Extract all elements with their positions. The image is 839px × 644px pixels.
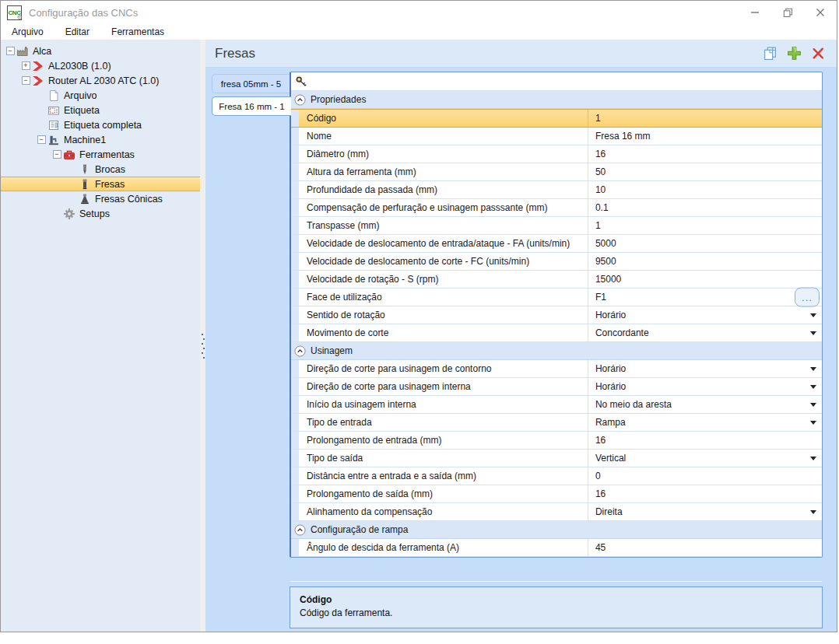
property-row-c-digo[interactable]: Código1	[291, 109, 822, 128]
row-indent-strip	[291, 110, 299, 127]
tree-item-arquivo[interactable]: Arquivo	[1, 88, 200, 103]
property-value[interactable]: 10	[588, 181, 822, 198]
property-row-ngulo-de-descida-da-ferramenta-a[interactable]: Ângulo de descida da ferramenta (A)45	[291, 539, 822, 557]
property-value[interactable]: 0.1	[588, 199, 822, 216]
property-value-text: 5000	[595, 238, 616, 249]
tree-item-etiqueta-completa[interactable]: Etiqueta completa	[1, 117, 200, 132]
property-row-in-cio-da-usinagem-interna[interactable]: Início da usinagem internaNo meio da are…	[291, 396, 822, 414]
section-header-propriedades[interactable]: Propriedades	[291, 91, 822, 109]
property-row-tipo-de-sa-da[interactable]: Tipo de saídaVertical	[291, 450, 822, 467]
add-tool-button[interactable]	[786, 46, 802, 61]
property-value[interactable]: 0	[588, 467, 822, 485]
splitter[interactable]	[200, 40, 205, 632]
property-row-velocidade-de-deslocamento-de-entrada-ataque-fa-units-min[interactable]: Velocidade de deslocamento de entrada/at…	[291, 235, 822, 253]
property-row-altura-da-ferramenta-mm[interactable]: Altura da ferramenta (mm)50	[291, 163, 822, 181]
tree-item-setups[interactable]: Setups	[1, 206, 200, 221]
property-value[interactable]: 5000	[588, 235, 822, 252]
dropdown-arrow-icon[interactable]	[810, 421, 816, 425]
tree-item-alca[interactable]: −Alca	[1, 44, 200, 58]
ellipsis-button[interactable]: ...	[795, 288, 820, 307]
menu-ferramentas[interactable]: Ferramentas	[111, 26, 164, 37]
property-value[interactable]: Concordante	[588, 324, 822, 341]
tree-item-etiqueta[interactable]: Etiqueta	[1, 103, 200, 117]
property-value[interactable]: Direita	[588, 503, 822, 520]
property-value[interactable]: 50	[588, 163, 822, 180]
filter-row[interactable]	[291, 72, 822, 91]
expand-toggle[interactable]: +	[22, 61, 30, 70]
property-row-nome[interactable]: NomeFresa 16 mm	[291, 128, 822, 145]
property-value[interactable]: 16	[588, 485, 822, 502]
collapse-toggle[interactable]: −	[37, 135, 46, 144]
section-header-usinagem[interactable]: Usinagem	[291, 342, 822, 360]
collapse-toggle[interactable]: −	[6, 47, 15, 55]
dropdown-arrow-icon[interactable]	[810, 331, 816, 335]
property-label: Tipo de saída	[299, 450, 588, 467]
property-value[interactable]: 9500	[588, 253, 822, 270]
property-row-sentido-de-rota-o[interactable]: Sentido de rotaçãoHorário	[291, 306, 822, 324]
property-value[interactable]: 16	[588, 432, 822, 449]
tree-item-machine1[interactable]: −Machine1	[1, 132, 200, 147]
property-row-movimento-de-corte[interactable]: Movimento de corteConcordante	[291, 324, 822, 342]
tree-item-label: Setups	[79, 208, 110, 219]
property-row-dist-ncia-entre-a-entrada-e-a-sa-da-mm[interactable]: Distância entre a entrada e a saída (mm)…	[291, 467, 822, 485]
property-label: Direção de corte para usinagem de contor…	[299, 360, 588, 377]
collapse-section-icon[interactable]	[294, 94, 306, 106]
property-value[interactable]: 16	[588, 145, 822, 163]
property-row-velocidade-de-deslocamento-de-corte-fc-units-min[interactable]: Velocidade de deslocamento de corte - FC…	[291, 253, 822, 271]
property-row-prolongamento-de-entrada-mm[interactable]: Prolongamento de entrada (mm)16	[291, 432, 822, 450]
property-row-dire-o-de-corte-para-usinagem-interna[interactable]: Direção de corte para usinagem internaHo…	[291, 378, 822, 396]
property-row-alinhamento-da-compensa-o[interactable]: Alinhamento da compensaçãoDireita	[291, 503, 822, 521]
property-value[interactable]: Horário	[588, 378, 822, 395]
tree-item-label: Etiqueta	[64, 105, 100, 116]
tree-item-fresas[interactable]: Fresas	[1, 177, 200, 191]
property-value[interactable]: 45	[588, 539, 822, 556]
section-header-configura-o-de-rampa[interactable]: Configuração de rampa	[291, 521, 822, 539]
label-icon	[47, 104, 61, 117]
property-value[interactable]: Horário	[588, 306, 822, 324]
tab-fresa-05mm-5[interactable]: fresa 05mm - 5	[212, 74, 290, 93]
menu-arquivo[interactable]: Arquivo	[12, 26, 44, 37]
collapse-toggle[interactable]: −	[53, 150, 61, 159]
property-row-profundidade-da-passada-mm[interactable]: Profundidade da passada (mm)10	[291, 181, 822, 199]
dropdown-arrow-icon[interactable]	[810, 385, 816, 389]
property-row-dire-o-de-corte-para-usinagem-de-contorno[interactable]: Direção de corte para usinagem de contor…	[291, 360, 822, 378]
property-row-velocidade-de-rota-o-s-rpm[interactable]: Velocidade de rotação - S (rpm)15000	[291, 271, 822, 289]
dropdown-arrow-icon[interactable]	[810, 510, 816, 514]
tree-item-al2030b-1-0[interactable]: +AL2030B (1.0)	[1, 58, 200, 73]
property-row-tipo-de-entrada[interactable]: Tipo de entradaRampa	[291, 414, 822, 432]
property-row-di-metro-mm[interactable]: Diâmetro (mm)16	[291, 145, 822, 163]
property-row-prolongamento-de-sa-da-mm[interactable]: Prolongamento de saída (mm)16	[291, 485, 822, 503]
property-value[interactable]: Rampa	[588, 414, 822, 431]
close-button[interactable]	[804, 1, 837, 24]
row-indent-strip	[291, 414, 299, 431]
property-value[interactable]: Vertical	[588, 450, 822, 467]
tree-item-fresas-c-nicas[interactable]: Fresas Cônicas	[1, 191, 200, 206]
tree-item-router-al-2030-atc-1-0[interactable]: −Router AL 2030 ATC (1.0)	[1, 73, 200, 88]
menu-editar[interactable]: Editar	[65, 26, 90, 37]
minimize-button[interactable]	[739, 1, 771, 24]
property-value[interactable]: Horário	[588, 360, 822, 377]
property-value[interactable]: No meio da aresta	[588, 396, 822, 413]
property-value[interactable]: 1	[588, 217, 822, 234]
collapse-toggle[interactable]: −	[22, 76, 30, 85]
property-value[interactable]: F1...	[588, 289, 822, 306]
property-value[interactable]: Fresa 16 mm	[588, 128, 822, 145]
maximize-restore-button[interactable]	[771, 1, 804, 24]
dropdown-arrow-icon[interactable]	[810, 457, 816, 460]
dropdown-arrow-icon[interactable]	[810, 403, 816, 407]
copy-tool-button[interactable]	[762, 46, 778, 61]
delete-tool-button[interactable]	[810, 46, 826, 61]
property-row-face-de-utiliza-o[interactable]: Face de utilizaçãoF1...	[291, 289, 822, 306]
dropdown-arrow-icon[interactable]	[810, 313, 816, 317]
dropdown-arrow-icon[interactable]	[810, 367, 816, 371]
property-row-transpasse-mm[interactable]: Transpasse (mm)1	[291, 217, 822, 235]
collapse-section-icon[interactable]	[294, 345, 306, 357]
property-value[interactable]: 1	[588, 110, 822, 127]
property-row-compensa-o-de-perfura-o-e-usinagem-passsante-mm[interactable]: Compensação de perfuração e usinagem pas…	[291, 199, 822, 217]
property-value[interactable]: 15000	[588, 271, 822, 288]
tab-fresa-16-mm-1[interactable]: Fresa 16 mm - 1	[212, 96, 291, 116]
add-icon	[787, 46, 802, 61]
collapse-section-icon[interactable]	[294, 524, 306, 536]
tree-item-ferramentas[interactable]: −Ferramentas	[1, 147, 200, 162]
tree-item-brocas[interactable]: Brocas	[1, 162, 200, 177]
